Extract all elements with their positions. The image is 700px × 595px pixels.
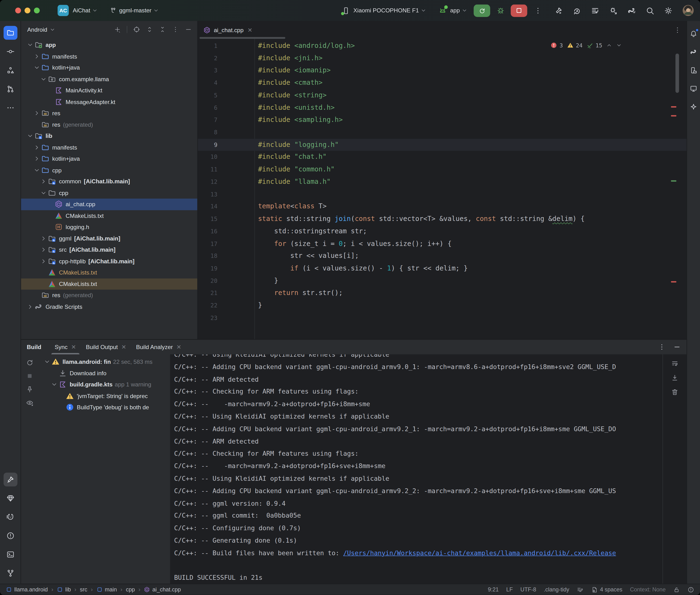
code-line-20[interactable]: 20 } <box>198 275 687 287</box>
code-line-3[interactable]: 3#include <iomanip> <box>198 64 687 77</box>
collapse-all-button[interactable] <box>159 26 166 33</box>
code-line-18[interactable]: 18 str << values[i]; <box>198 250 687 262</box>
code-line-23[interactable]: 23 <box>198 312 687 324</box>
breadcrumb-ai-chat-cpp[interactable]: ai_chat.cpp <box>144 587 181 593</box>
tool-terminal[interactable] <box>3 548 17 561</box>
status-indent-config[interactable]: 4 spaces <box>591 586 622 593</box>
soft-wrap-button[interactable] <box>671 360 678 367</box>
code-line-12[interactable]: 12#include "llama.h" <box>198 176 687 188</box>
sync-tree-item[interactable]: Download info <box>38 368 170 379</box>
tool-gradle[interactable] <box>688 46 699 58</box>
status-write-access[interactable] <box>673 586 680 593</box>
tree-item-gradle-scripts[interactable]: Gradle Scripts <box>21 301 197 312</box>
tool-assistant[interactable] <box>688 101 699 113</box>
tool-pull-requests[interactable] <box>3 82 17 96</box>
error-stripe-mark[interactable] <box>671 115 676 117</box>
close-tab-icon[interactable]: ✕ <box>121 344 126 350</box>
tool-running-devices[interactable] <box>688 83 699 94</box>
tool-build[interactable] <box>3 473 17 486</box>
project-widget[interactable]: AiChat <box>69 7 98 14</box>
tool-project[interactable] <box>3 26 17 40</box>
rerun-button[interactable] <box>474 4 490 17</box>
pin-button[interactable] <box>26 386 33 393</box>
error-stripe-mark[interactable] <box>671 281 676 283</box>
change-stripe-mark[interactable] <box>671 180 676 182</box>
tree-item-mainactivity-kt[interactable]: MainActivity.kt <box>21 85 197 96</box>
tool-device-explorer[interactable] <box>688 64 699 76</box>
project-view-selector[interactable]: Android <box>27 26 47 33</box>
tool-app-quality-insights[interactable] <box>3 491 17 505</box>
tree-item-res[interactable]: res(generated) <box>21 289 197 301</box>
search-everywhere-icon[interactable] <box>645 6 654 15</box>
breadcrumb-src[interactable]: src <box>80 587 87 593</box>
inspection-widget[interactable]: 3 24 15 <box>551 42 622 49</box>
panel-options-button[interactable] <box>172 26 179 33</box>
hide-build-panel-button[interactable] <box>673 343 681 351</box>
tool-more-tool-windows[interactable] <box>3 101 17 115</box>
filter-view-button[interactable] <box>26 399 33 407</box>
breadcrumb-cpp[interactable]: cpp <box>126 587 135 593</box>
tree-item-cmakelists-txt[interactable]: CMakeLists.txt <box>21 210 197 221</box>
breadcrumb-lib[interactable]: lib <box>57 587 71 593</box>
build-output-path-link[interactable]: /Users/hanyin/Workspace/ai-chat/examples… <box>343 549 616 557</box>
tree-item-manifests[interactable]: manifests <box>21 51 197 62</box>
clear-console-button[interactable] <box>671 388 678 396</box>
select-opened-file-button[interactable] <box>133 26 140 33</box>
code-editor[interactable]: 1#include <android/log.h>2#include <jni.… <box>198 39 687 339</box>
device-selector[interactable]: Xiaomi POCOPHONE F1 <box>342 6 426 15</box>
tree-item-cmakelists-txt[interactable]: CMakeLists.txt <box>21 267 197 278</box>
code-line-21[interactable]: 21 return str.str(); <box>198 287 687 300</box>
code-line-6[interactable]: 6#include <unistd.h> <box>198 102 687 114</box>
stop-button[interactable] <box>511 4 527 17</box>
close-tab-icon[interactable]: ✕ <box>176 344 181 350</box>
tree-item-messageadapter-kt[interactable]: MessageAdapter.kt <box>21 96 197 108</box>
build-tab-build-output[interactable]: Build Output✕ <box>81 340 131 354</box>
stop-sync-button[interactable] <box>26 372 33 380</box>
close-window-button[interactable] <box>15 8 21 13</box>
vcs-branch-widget[interactable]: ggml-master <box>109 7 159 14</box>
next-issue-button[interactable] <box>616 42 622 48</box>
status-clang-tidy[interactable]: .clang-tidy <box>544 587 569 593</box>
code-line-22[interactable]: 22} <box>198 300 687 312</box>
tree-item-logging-h[interactable]: logging.h <box>21 221 197 233</box>
tool-profiler[interactable] <box>3 510 17 524</box>
tree-item-cpp-httplib[interactable]: cpp-httplib[AiChat.lib.main] <box>21 255 197 267</box>
close-tab-icon[interactable]: ✕ <box>248 27 252 33</box>
error-stripe-mark[interactable] <box>671 106 676 108</box>
code-line-17[interactable]: 17 for (size_t i = 0; i < values.size();… <box>198 237 687 250</box>
tab-ai-chat-cpp[interactable]: ai_chat.cpp ✕ <box>198 21 258 39</box>
status-file-encoding[interactable]: UTF-8 <box>521 587 536 593</box>
tree-item-cmakelists-txt[interactable]: CMakeLists.txt <box>21 278 197 290</box>
tree-item-kotlin-java[interactable]: kotlin+java <box>21 62 197 74</box>
code-line-16[interactable]: 16 std::ostringstream str; <box>198 225 687 237</box>
apply-changes-restart-icon[interactable] <box>572 6 581 15</box>
more-run-options-button[interactable] <box>534 6 542 15</box>
close-tab-icon[interactable]: ✕ <box>71 344 76 350</box>
tool-version-control[interactable] <box>3 566 17 580</box>
breadcrumb-llama-android[interactable]: llama.android <box>6 587 48 593</box>
tool-notifications[interactable] <box>688 28 699 39</box>
build-tab-sync[interactable]: Sync✕ <box>50 340 81 354</box>
tree-item-lib[interactable]: lib <box>21 130 197 142</box>
tree-item-cpp[interactable]: cpp <box>21 165 197 176</box>
minimize-window-button[interactable] <box>25 8 30 13</box>
settings-icon[interactable] <box>664 6 673 15</box>
code-line-2[interactable]: 2#include <jni.h> <box>198 52 687 64</box>
apply-code-changes-icon[interactable] <box>591 6 599 15</box>
sync-gradle-icon[interactable] <box>627 6 636 15</box>
tree-item-ggml[interactable]: ggml[AiChat.lib.main] <box>21 233 197 244</box>
code-line-14[interactable]: 14template<class T> <box>198 200 687 213</box>
tree-item-ai-chat-cpp[interactable]: ai_chat.cpp <box>21 199 197 210</box>
code-line-13[interactable]: 13 <box>198 188 687 200</box>
sync-tree-item[interactable]: llama.android: fin22 sec, 583 ms <box>38 356 170 368</box>
editor-options-button[interactable] <box>674 26 681 34</box>
prev-issue-button[interactable] <box>606 42 612 48</box>
zoom-window-button[interactable] <box>34 8 39 13</box>
build-options-button[interactable] <box>658 343 666 351</box>
status-ai-context[interactable]: Context: None <box>630 587 666 593</box>
tree-item-src[interactable]: src[AiChat.lib.main] <box>21 244 197 255</box>
code-line-15[interactable]: 15static std::string join(const std::vec… <box>198 213 687 225</box>
debug-button[interactable] <box>496 6 505 15</box>
code-line-10[interactable]: 10#include "chat.h" <box>198 151 687 163</box>
hide-panel-button[interactable] <box>185 26 192 33</box>
